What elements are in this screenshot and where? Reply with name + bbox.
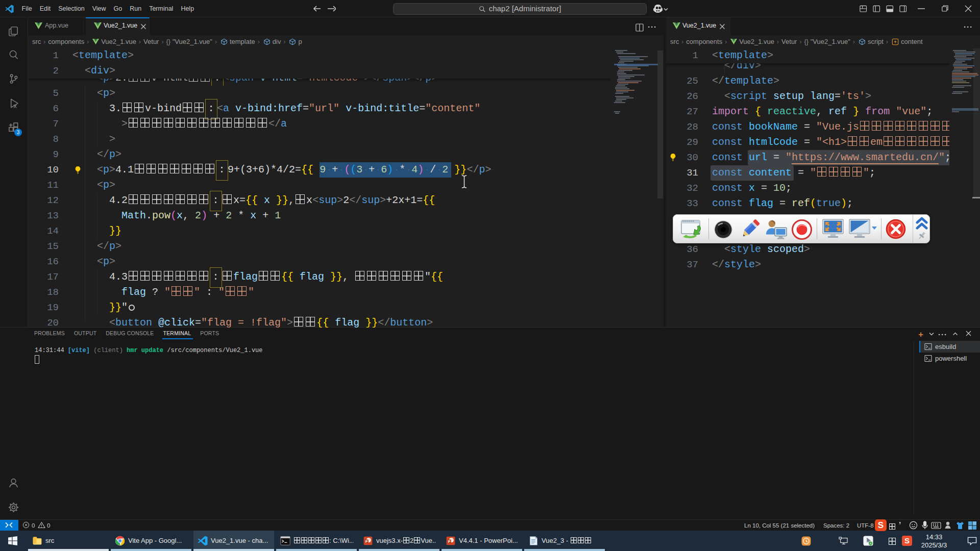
- svg-text:P: P: [365, 540, 368, 543]
- svg-text:P: P: [448, 540, 451, 543]
